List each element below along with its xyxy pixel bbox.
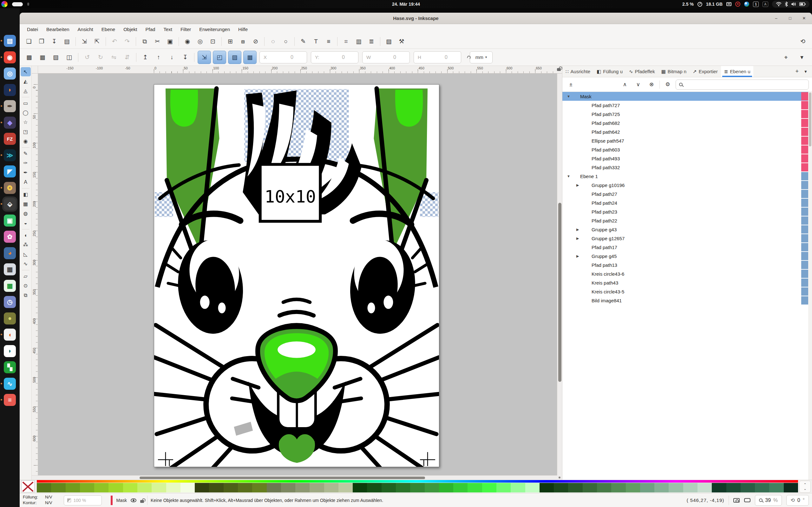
tree-row[interactable]: ▼Mask: [562, 92, 808, 101]
palette-swatch[interactable]: [698, 483, 712, 493]
dropper-tool[interactable]: ◍: [20, 209, 31, 218]
move-patterns-toggle[interactable]: ▦: [243, 51, 257, 64]
palette-swatch[interactable]: [152, 483, 166, 493]
tab-export[interactable]: ↗Exportier: [690, 66, 721, 77]
dock-app-orca[interactable]: ◗: [4, 345, 16, 357]
palette-swatch[interactable]: [209, 483, 223, 493]
opacity-field[interactable]: 100 %: [64, 495, 102, 505]
keyboard-layout-a[interactable]: A: [763, 2, 768, 7]
unit-selector[interactable]: mm▾: [470, 51, 493, 63]
close-button[interactable]: ✕: [801, 15, 808, 22]
expander-open-icon[interactable]: ▼: [567, 95, 570, 98]
minimize-button[interactable]: –: [773, 15, 780, 22]
select-all-layers-icon[interactable]: ▦: [36, 51, 49, 64]
ellipse-tool[interactable]: ◯: [20, 108, 31, 117]
tree-row[interactable]: ▶Gruppe g45: [562, 251, 808, 261]
palette-swatch[interactable]: [281, 483, 295, 493]
tree-row[interactable]: Kreis circle43-6: [562, 269, 808, 278]
palette-swatch[interactable]: [640, 483, 654, 493]
tree-row[interactable]: Pfad path13: [562, 261, 808, 269]
palette-swatch[interactable]: [94, 483, 108, 493]
menu-filter[interactable]: Filter: [176, 25, 195, 33]
layer-color-chip[interactable]: [801, 119, 808, 127]
field-x[interactable]: X0: [259, 51, 307, 63]
layer-color-chip[interactable]: [801, 261, 808, 269]
layer-color-chip[interactable]: [801, 208, 808, 216]
palette-swatch[interactable]: [425, 483, 439, 493]
print-icon[interactable]: ▤: [61, 36, 73, 47]
paste-icon[interactable]: ▣: [164, 36, 176, 47]
palette-swatch[interactable]: [267, 483, 281, 493]
palette-swatch[interactable]: [467, 483, 482, 493]
layer-color-chip[interactable]: [801, 279, 808, 287]
layer-color-chip[interactable]: [801, 243, 808, 251]
text-dialog-icon[interactable]: T: [310, 36, 322, 47]
palette-swatch[interactable]: [439, 483, 453, 493]
dock-app-gimp[interactable]: ✒: [4, 100, 16, 112]
ruler-lock-icon[interactable]: [556, 66, 562, 73]
layer-color-chip[interactable]: [801, 181, 808, 189]
zoom-selection-icon[interactable]: ◎: [194, 36, 206, 47]
expander-closed-icon[interactable]: ▶: [576, 254, 579, 258]
tree-row[interactable]: ▼Ebene 1: [562, 172, 808, 181]
delete-item-button[interactable]: ⊗: [646, 79, 657, 90]
deselect-icon[interactable]: ◫: [63, 51, 75, 64]
palette-swatch[interactable]: [137, 483, 152, 493]
zoom-tool[interactable]: ⊙: [20, 281, 31, 290]
tree-row[interactable]: Pfad path24: [562, 199, 808, 207]
palette-swatch[interactable]: [554, 483, 568, 493]
collapse-icon[interactable]: ▾: [796, 51, 808, 64]
scale-corners-toggle[interactable]: ◰: [213, 51, 226, 64]
tree-row[interactable]: Pfad path603: [562, 145, 808, 154]
dock-app-system-monitor[interactable]: ∿: [4, 378, 16, 390]
layer-visibility-icon[interactable]: [131, 498, 136, 502]
pen-tool[interactable]: ✒: [20, 168, 31, 177]
vpn-globe-icon[interactable]: [744, 2, 749, 7]
layer-color-chip[interactable]: [801, 101, 808, 109]
clone-icon[interactable]: ⧇: [237, 36, 249, 47]
menu-pfad[interactable]: Pfad: [142, 25, 159, 33]
dock-app-filezilla[interactable]: FZ: [4, 133, 16, 145]
select-all-icon[interactable]: ▩: [23, 51, 36, 64]
tree-scrollbar[interactable]: [808, 92, 812, 480]
select-tool[interactable]: ↖: [20, 67, 31, 76]
dock-app-firefox[interactable]: ◗: [4, 84, 16, 96]
tree-row[interactable]: Ellipse path547: [562, 136, 808, 145]
layer-color-chip[interactable]: [801, 270, 808, 278]
tree-row[interactable]: Pfad path23: [562, 207, 808, 216]
lower-to-bottom-icon[interactable]: ↧: [179, 51, 192, 64]
keyboard-layout-1[interactable]: 1: [753, 2, 759, 7]
horizontal-scrollbar[interactable]: [32, 475, 557, 480]
dock-app-inkscape[interactable]: ⬙: [4, 198, 16, 210]
tab-layers-objects[interactable]: ≣Ebenen u: [721, 66, 754, 77]
menu-datei[interactable]: Datei: [23, 25, 42, 33]
palette-swatch[interactable]: [310, 483, 324, 493]
tab-align[interactable]: ∷Ausrichte: [562, 66, 594, 77]
dock-app-krita[interactable]: ❂: [4, 182, 16, 194]
move-down-button[interactable]: ∨: [633, 79, 644, 90]
paint-bucket-tool[interactable]: ◒: [20, 218, 31, 228]
node-tool[interactable]: ◭: [20, 77, 31, 86]
palette-swatch[interactable]: [108, 483, 123, 493]
palette-swatch[interactable]: [339, 483, 353, 493]
dock-app-chromium[interactable]: ◎: [4, 67, 16, 79]
tree-row[interactable]: Pfad path22: [562, 216, 808, 225]
snap-controls-icon[interactable]: ⌖: [780, 51, 792, 64]
layer-search-input[interactable]: [676, 79, 809, 90]
palette-swatch[interactable]: [410, 483, 424, 493]
palette-scroll-up[interactable]: ⌃: [803, 483, 806, 487]
palette-swatch[interactable]: [453, 483, 467, 493]
tree-row[interactable]: Kreis path43: [562, 278, 808, 287]
menu-hilfe[interactable]: Hilfe: [234, 25, 252, 33]
palette-swatch[interactable]: [382, 483, 396, 493]
expander-closed-icon[interactable]: ▶: [576, 183, 579, 187]
menu-erweiterungen[interactable]: Erweiterungen: [195, 25, 234, 33]
calligraphy-tool[interactable]: ✑: [20, 158, 31, 168]
palette-swatch[interactable]: [683, 483, 698, 493]
palette-swatch[interactable]: [769, 483, 783, 493]
dock-app-files[interactable]: ▤: [4, 35, 16, 47]
status-tray[interactable]: [772, 1, 809, 8]
find-icon[interactable]: ▥: [353, 36, 365, 47]
expander-open-icon[interactable]: ▼: [567, 174, 570, 178]
menu-bearbeiten[interactable]: Bearbeiten: [42, 25, 73, 33]
